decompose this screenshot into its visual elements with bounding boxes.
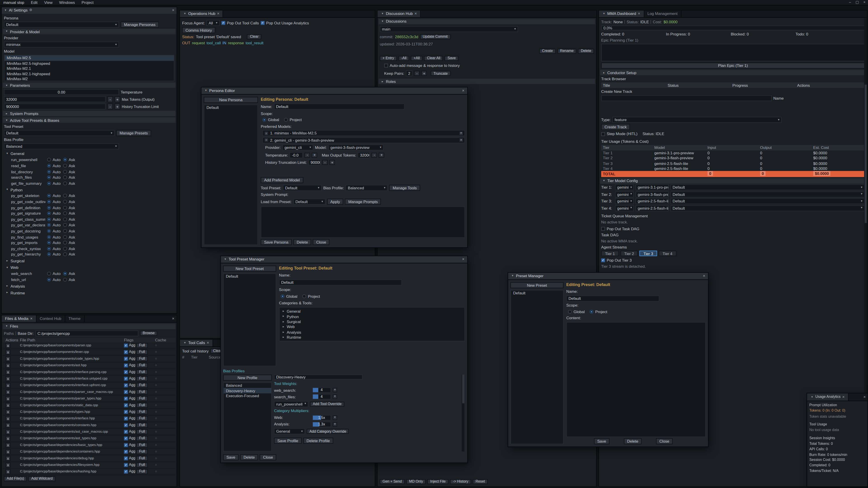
base-dir-input[interactable]: C:/projects/gencpp [35, 330, 138, 336]
scope-project-radio[interactable] [284, 118, 288, 122]
add-tool-override-button[interactable]: Add Tool Override [310, 401, 344, 406]
tier-provider-select[interactable]: gemini [615, 191, 634, 197]
pop-out-usage-checkbox[interactable] [260, 21, 265, 25]
close-panel-icon[interactable] [172, 8, 175, 12]
scope-project-radio[interactable] [590, 310, 594, 314]
max-tokens-input[interactable]: 32000 [4, 96, 106, 103]
files-section-header[interactable]: Files [3, 324, 176, 329]
increment-button[interactable]: + [312, 153, 317, 158]
increment-button[interactable]: + [379, 153, 384, 158]
tool-category-header[interactable]: Web [4, 265, 174, 271]
agg-checkbox[interactable] [124, 463, 128, 467]
system-prompts-section-header[interactable]: System Prompts [3, 111, 176, 116]
auto-radio[interactable] [47, 205, 51, 209]
full-button[interactable]: Full [136, 449, 148, 454]
agg-checkbox[interactable] [124, 403, 128, 407]
full-button[interactable]: Full [136, 369, 148, 375]
tool-preset-list-item[interactable]: Default [223, 274, 276, 279]
agg-checkbox[interactable] [124, 390, 128, 394]
remove-file-button[interactable]: x [5, 469, 10, 475]
auto-radio[interactable] [47, 200, 51, 203]
full-button[interactable]: Full [136, 403, 148, 408]
remove-file-button[interactable]: x [5, 377, 10, 381]
auto-radio[interactable] [47, 182, 51, 185]
parameters-section-header[interactable]: Parameters [3, 83, 176, 88]
preset-name-input[interactable]: Default [279, 279, 402, 285]
model-option[interactable]: MiniMax-M2 [4, 76, 174, 82]
truncate-button[interactable]: Truncate [431, 71, 451, 76]
remove-override-icon[interactable] [333, 422, 337, 427]
manage-button[interactable]: Rename [557, 49, 577, 54]
agg-checkbox[interactable] [124, 443, 128, 447]
browse-button[interactable]: Browse [140, 331, 158, 336]
close-dialog-icon[interactable] [703, 274, 705, 278]
pop-out-tool-calls-checkbox[interactable] [221, 21, 225, 25]
tool-category-header[interactable]: General [4, 151, 174, 157]
persona-select[interactable]: Default [4, 22, 119, 28]
tab-context-hub[interactable]: Context Hub [36, 315, 65, 322]
auto-radio[interactable] [47, 223, 51, 227]
remove-file-button[interactable]: x [5, 429, 10, 434]
close-tab-icon[interactable] [30, 317, 33, 321]
category-tree-item[interactable]: Web [280, 324, 465, 330]
provider-select[interactable]: gemini_cli [282, 144, 313, 151]
auto-radio[interactable] [47, 217, 51, 221]
save-persona-button[interactable]: Save Persona [260, 239, 291, 245]
remove-file-button[interactable]: x [5, 423, 10, 428]
tool-category-header[interactable]: Runtime [4, 290, 174, 296]
tab-tool-calls[interactable]: Tool Calls [180, 340, 213, 346]
ask-radio[interactable] [63, 235, 67, 239]
stream-tab[interactable]: Tier 2 [620, 251, 638, 256]
decrement-button[interactable]: - [107, 96, 113, 103]
new-preset-button[interactable]: New Preset [510, 282, 563, 288]
remove-file-button[interactable]: x [5, 403, 10, 408]
stream-tab[interactable]: Tier 3 [640, 251, 657, 256]
remove-model-icon[interactable] [459, 138, 463, 142]
close-tab-icon[interactable] [842, 395, 845, 399]
menu-item[interactable]: Windows [56, 0, 78, 5]
tab-operations-hub[interactable]: Operations Hub [180, 11, 223, 17]
close-button[interactable]: Close [656, 438, 673, 445]
agg-checkbox[interactable] [124, 456, 128, 460]
increment-button[interactable]: + [329, 160, 335, 165]
agg-checkbox[interactable] [124, 370, 128, 374]
full-button[interactable]: Full [136, 423, 148, 428]
remove-file-button[interactable]: x [5, 390, 10, 395]
create-track-button[interactable]: Create Track [601, 124, 630, 130]
add-tool-select[interactable]: run_powershell [274, 401, 308, 407]
agg-checkbox[interactable] [124, 363, 128, 367]
ask-radio[interactable] [63, 217, 67, 221]
discussion-select[interactable]: main [380, 26, 518, 32]
comms-history-button[interactable]: Comms History [182, 27, 215, 33]
ask-radio[interactable] [63, 223, 67, 227]
track-name-input[interactable] [601, 95, 772, 101]
remove-file-button[interactable]: x [5, 416, 10, 421]
load-from-preset-select[interactable]: Default [293, 199, 325, 205]
category-multiplier-slider[interactable]: 1.5x [312, 415, 331, 420]
manage-personas-button[interactable]: Manage Personas [121, 22, 159, 28]
tier-preset-select[interactable]: Default [671, 198, 865, 204]
auto-radio[interactable] [47, 235, 51, 239]
remove-override-icon[interactable] [333, 388, 337, 392]
tab-usage-analytics[interactable]: Usage Analytics [807, 393, 848, 400]
close-button[interactable]: Close [313, 239, 329, 245]
remove-model-icon[interactable] [459, 131, 463, 135]
history-limit-input[interactable]: 900000 [4, 104, 106, 110]
manage-tools-button[interactable]: Manage Tools [389, 185, 420, 191]
bias-profile-select[interactable]: Balanced [4, 143, 119, 150]
provider-select[interactable]: minimax [4, 41, 119, 48]
bias-profile-item[interactable]: Discovery-Heavy [223, 388, 271, 393]
ask-radio[interactable] [63, 272, 67, 275]
tier-preset-select[interactable]: Default [671, 184, 865, 191]
ask-radio[interactable] [63, 241, 67, 245]
composer-button[interactable]: MD Only [406, 479, 426, 484]
content-textarea[interactable] [566, 322, 706, 437]
tier-model-select[interactable]: gemini-3.1-pro-preview [636, 184, 669, 191]
bias-profile-item[interactable]: Execution-Focused [223, 393, 271, 398]
active-tools-section-header[interactable]: Active Tool Presets & Biases [3, 118, 176, 123]
category-tree-item[interactable]: Runtime [280, 335, 465, 340]
composer-button[interactable]: Reset [473, 479, 488, 484]
remove-file-button[interactable]: x [5, 350, 10, 355]
scope-global-radio[interactable] [262, 118, 266, 122]
agg-checkbox[interactable] [124, 450, 128, 454]
